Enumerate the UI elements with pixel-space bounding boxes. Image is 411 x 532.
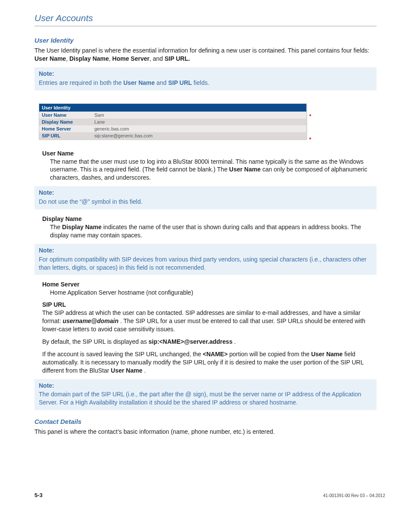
def-desc-username: The name that the user must use to log i… [50, 158, 377, 182]
section-heading-contact-details: Contact Details [34, 418, 377, 425]
def-desc-displayname: The Display Name indicates the name of t… [50, 223, 377, 240]
doc-revision: 41-001391-00 Rev 03 – 04.2012 [323, 493, 385, 498]
def-term-sipurl: SIP URL [42, 301, 377, 308]
note-sipurl-domain: Note: The domain part of the SIP URL (i.… [34, 379, 377, 411]
def-term-displayname: Display Name [42, 215, 377, 222]
def-desc-homeserver: Home Application Server hostname (not co… [50, 289, 377, 297]
def-desc-sipurl-2: By default, the SIP URL is displayed as … [42, 338, 377, 346]
required-star-icon: * [306, 112, 314, 120]
def-desc-sipurl-3: If the account is saved leaving the SIP … [42, 350, 377, 375]
def-term-homeserver: Home Server [42, 281, 377, 288]
required-star-icon: * [306, 136, 314, 143]
panel-row-sipurl: SIP URL sip:slane@generic.bas.com [39, 132, 306, 139]
def-term-username: User Name [42, 150, 377, 157]
panel-title: User Identity [39, 104, 306, 112]
note-required-fields: Note: Entries are required in both the U… [34, 67, 377, 90]
note-at-symbol: Note: Do not use the “@” symbol in this … [34, 186, 377, 209]
panel-row-homeserver: Home Server generic.bas.com [39, 125, 306, 132]
page-title: User Accounts [34, 13, 377, 26]
contact-details-intro: This panel is where the contact’s basic … [34, 428, 377, 436]
panel-row-displayname: Display Name Lane [39, 118, 306, 125]
page-number: 5-3 [34, 492, 43, 498]
user-identity-intro: The User Identity panel is where the ess… [34, 47, 377, 63]
user-identity-panel-figure: User Identity User Name Sam Display Name… [39, 103, 377, 140]
section-heading-user-identity: User Identity [34, 37, 377, 44]
def-desc-sipurl-1: The SIP address at which the user can be… [42, 309, 377, 333]
note-special-chars: Note: For optimum compatibility with SIP… [34, 244, 377, 275]
panel-row-username: User Name Sam [39, 112, 306, 118]
